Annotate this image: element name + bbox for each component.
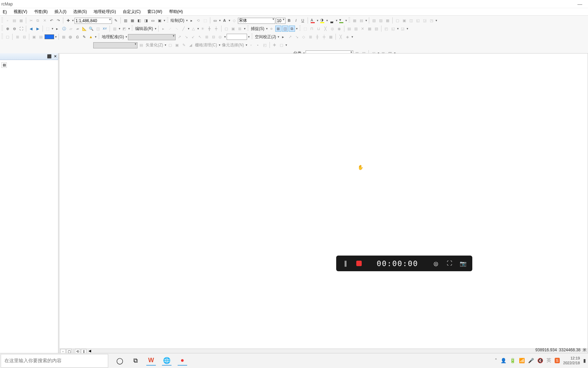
- map-canvas[interactable]: ✋ ▫ ▢ ⟲ ∥ ◀: [59, 53, 588, 354]
- tool-icon[interactable]: ◎: [67, 34, 74, 40]
- snap-end-icon[interactable]: ⊞: [275, 26, 281, 32]
- dropdown-icon[interactable]: ▾: [118, 27, 120, 30]
- tool-icon[interactable]: ◰: [262, 42, 268, 48]
- tool-icon[interactable]: ↘: [183, 34, 189, 40]
- identify-icon[interactable]: ⓘ: [61, 26, 67, 32]
- tool-icon[interactable]: ▨: [378, 17, 384, 24]
- dropdown-icon[interactable]: ▾: [316, 19, 318, 22]
- task-view-icon[interactable]: ⧉: [131, 356, 140, 366]
- menu-view[interactable]: 视图(V): [12, 8, 29, 15]
- tool-icon[interactable]: ▣: [157, 17, 163, 24]
- menu-geoprocessing[interactable]: 地理处理(G): [92, 8, 117, 15]
- dropdown-icon[interactable]: ▾: [326, 19, 328, 22]
- tool-icon[interactable]: ⊓: [309, 26, 315, 32]
- tool-icon[interactable]: ▢: [167, 42, 173, 48]
- dropdown-icon[interactable]: ▾: [219, 19, 221, 22]
- font-color-icon[interactable]: A: [310, 17, 316, 24]
- zoom-shape-icon[interactable]: ⬚: [202, 17, 208, 24]
- battery-icon[interactable]: 🔋: [510, 358, 516, 363]
- tool-icon[interactable]: ◫: [95, 26, 101, 32]
- dropdown-icon[interactable]: ▾: [128, 27, 130, 30]
- redo-icon[interactable]: ↷: [55, 17, 61, 24]
- arcmap-taskbar-icon[interactable]: 🌐: [162, 356, 172, 366]
- tool-icon[interactable]: ⬚: [45, 26, 51, 32]
- tool-icon[interactable]: ◎: [217, 34, 223, 40]
- toolbar-handle[interactable]: [251, 34, 253, 40]
- symbol-color-swatch[interactable]: [45, 34, 54, 39]
- tool-icon[interactable]: ╪: [321, 34, 327, 40]
- vectorize-layer-combo[interactable]: [93, 42, 137, 48]
- fill-color-icon[interactable]: ◑: [319, 17, 325, 24]
- tool-icon[interactable]: ┿: [213, 26, 219, 32]
- notifications-icon[interactable]: ▮: [583, 358, 586, 363]
- dropdown-icon[interactable]: ▾: [218, 43, 220, 47]
- minimize-button[interactable]: —: [573, 1, 587, 7]
- dropdown-icon[interactable]: ▾: [245, 43, 247, 47]
- recorder-taskbar-icon[interactable]: ●: [178, 356, 187, 366]
- recorder-pause-button[interactable]: ∥: [341, 259, 350, 268]
- dropdown-icon[interactable]: ▾: [244, 27, 246, 30]
- font-size-input[interactable]: [276, 18, 285, 24]
- tool-icon[interactable]: ▤: [38, 34, 44, 40]
- tool-icon[interactable]: ▥: [112, 26, 118, 32]
- menu-bookmark[interactable]: 书签(B): [33, 8, 49, 15]
- dropdown-icon[interactable]: ▾: [248, 35, 250, 39]
- open-icon[interactable]: ▤: [11, 17, 17, 24]
- recorder-fullscreen-icon[interactable]: ⛶: [445, 259, 454, 268]
- tool-icon[interactable]: ↗: [287, 34, 293, 40]
- dropdown-icon[interactable]: ▾: [164, 43, 166, 47]
- tool-icon[interactable]: ╫: [314, 34, 320, 40]
- dropdown-icon[interactable]: ▾: [187, 27, 190, 30]
- menu-insert[interactable]: 插入(I): [53, 8, 68, 15]
- tool-icon[interactable]: ▢: [278, 42, 284, 48]
- tool-icon[interactable]: ◎: [329, 26, 336, 32]
- taskbar-search-input[interactable]: 在这里输入你要搜索的内容: [1, 354, 108, 368]
- tool-icon[interactable]: ↘: [294, 34, 300, 40]
- dropdown-icon[interactable]: ▾: [277, 35, 279, 39]
- tool-icon[interactable]: ✎: [81, 34, 87, 40]
- toolbar-handle[interactable]: [1, 34, 3, 40]
- tool-icon[interactable]: ⟍: [174, 26, 180, 32]
- tool-icon[interactable]: ▫: [248, 42, 254, 48]
- tool-icon[interactable]: ⊞: [14, 34, 20, 40]
- line-color-icon[interactable]: ▁: [329, 17, 335, 24]
- toc-list-by-drawing-icon[interactable]: ▤: [1, 62, 7, 68]
- snap-edge-icon[interactable]: ⧉: [289, 26, 295, 32]
- editor-toolbar-icon[interactable]: ✎: [113, 17, 119, 24]
- tool-icon[interactable]: ◨: [143, 17, 149, 24]
- tool-icon[interactable]: ▧: [373, 26, 379, 32]
- tool-icon[interactable]: ▦: [366, 26, 373, 32]
- tool-icon[interactable]: ⊞: [203, 34, 210, 40]
- toolbar-handle[interactable]: [131, 26, 133, 32]
- edit-tool-icon[interactable]: ▸: [160, 26, 166, 32]
- go-to-xy-icon[interactable]: XY: [102, 26, 108, 32]
- tool-icon[interactable]: ▩: [385, 17, 391, 24]
- tool-icon[interactable]: ▪: [255, 42, 261, 48]
- tool-icon[interactable]: ▢: [394, 17, 401, 24]
- dropdown-icon[interactable]: ▾: [336, 19, 338, 22]
- tool-icon[interactable]: ▣: [230, 26, 236, 32]
- toolbar-handle[interactable]: [1, 17, 3, 24]
- save-icon[interactable]: ▦: [18, 17, 24, 24]
- toolbar-handle[interactable]: [247, 26, 249, 32]
- tool-icon[interactable]: ▣: [174, 42, 180, 48]
- tool-icon[interactable]: ▦: [61, 34, 67, 40]
- tool-icon[interactable]: ↗: [176, 34, 182, 40]
- font-name-input[interactable]: [238, 18, 275, 24]
- text-tool-icon[interactable]: A: [222, 17, 228, 24]
- delete-icon[interactable]: ✕: [42, 17, 48, 24]
- new-doc-icon[interactable]: ▫: [4, 17, 11, 24]
- georeference-layer-combo[interactable]: [128, 34, 176, 40]
- find-icon[interactable]: 🔍: [88, 26, 94, 32]
- tool-icon[interactable]: ⎙: [74, 34, 80, 40]
- tool-icon[interactable]: ◱: [390, 26, 396, 32]
- dropdown-icon[interactable]: ▾: [345, 19, 347, 22]
- tool-icon[interactable]: ⬚: [302, 26, 308, 32]
- tool-icon[interactable]: ◲: [422, 17, 428, 24]
- select-icon[interactable]: ▸: [54, 26, 60, 32]
- cell-selection-menu-label[interactable]: 像元选择(N): [221, 42, 245, 48]
- recorder-camera-icon[interactable]: 📷: [459, 259, 468, 268]
- copy-icon[interactable]: ⧉: [35, 17, 41, 24]
- toolbar-handle[interactable]: [348, 17, 350, 24]
- add-data-icon[interactable]: ✚: [65, 17, 71, 24]
